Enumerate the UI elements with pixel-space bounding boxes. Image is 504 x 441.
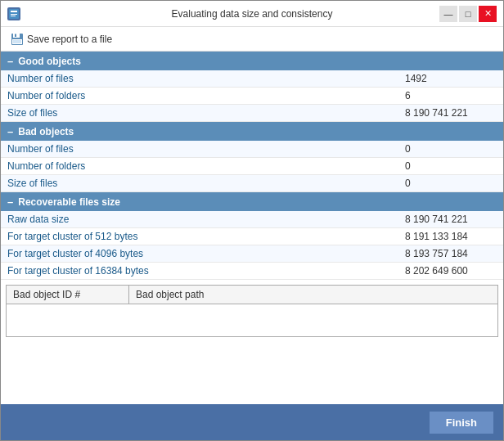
recoverable-header: – Recoverable files size	[1, 192, 503, 211]
bad-folders-value: 0	[398, 160, 497, 172]
bad-objects-header: – Bad objects	[1, 122, 503, 141]
cluster-16384-label: For target cluster of 16384 bytes	[7, 265, 398, 277]
cluster-4096-label: For target cluster of 4096 bytes	[7, 248, 398, 259]
restore-button[interactable]: □	[459, 6, 477, 22]
bad-size-value: 0	[398, 178, 497, 189]
good-objects-header: – Good objects	[1, 52, 503, 70]
good-folders-row: Number of folders 6	[1, 88, 503, 105]
svg-rect-6	[15, 34, 16, 37]
cluster-4096-row: For target cluster of 4096 bytes 8 193 7…	[1, 245, 503, 263]
bad-folders-label: Number of folders	[7, 160, 398, 172]
cluster-512-label: For target cluster of 512 bytes	[7, 231, 398, 242]
raw-size-value: 8 190 741 221	[398, 214, 497, 225]
good-folders-value: 6	[398, 90, 497, 101]
good-objects-collapse-icon[interactable]: –	[7, 55, 13, 67]
bad-files-label: Number of files	[7, 143, 398, 155]
bad-objects-title: Bad objects	[18, 126, 74, 137]
main-window: Evaluating data size and consistency — □…	[0, 0, 504, 441]
cluster-512-row: For target cluster of 512 bytes 8 191 13…	[1, 228, 503, 245]
title-controls: — □ ✕	[439, 6, 497, 22]
svg-rect-8	[13, 40, 21, 43]
bad-files-row: Number of files 0	[1, 141, 503, 158]
cluster-512-value: 8 191 133 184	[398, 231, 497, 242]
cluster-16384-value: 8 202 649 600	[398, 265, 497, 277]
save-icon	[11, 33, 24, 46]
raw-size-label: Raw data size	[7, 214, 398, 225]
title-bar: Evaluating data size and consistency — □…	[1, 1, 503, 27]
minimize-button[interactable]: —	[439, 6, 457, 22]
good-folders-label: Number of folders	[7, 90, 398, 101]
bad-folders-row: Number of folders 0	[1, 158, 503, 175]
content-area: – Good objects Number of files 1492 Numb…	[1, 52, 503, 404]
save-report-button[interactable]: Save report to a file	[7, 31, 115, 47]
svg-rect-1	[11, 11, 17, 12]
table-col-id: Bad object ID #	[7, 286, 129, 304]
bad-size-row: Size of files 0	[1, 175, 503, 192]
table-body	[6, 304, 498, 337]
good-files-row: Number of files 1492	[1, 70, 503, 88]
recoverable-collapse-icon[interactable]: –	[7, 196, 13, 208]
finish-button[interactable]: Finish	[430, 412, 493, 434]
svg-rect-2	[11, 14, 17, 15]
title-bar-left	[7, 7, 20, 20]
footer: Finish	[1, 404, 503, 440]
good-objects-title: Good objects	[18, 56, 81, 67]
bad-objects-table: Bad object ID # Bad object path	[6, 285, 498, 304]
good-files-value: 1492	[398, 73, 497, 84]
window-title: Evaluating data size and consistency	[172, 8, 333, 20]
bad-objects-collapse-icon[interactable]: –	[7, 125, 13, 137]
app-icon	[7, 7, 20, 20]
good-size-row: Size of files 8 190 741 221	[1, 105, 503, 122]
good-size-value: 8 190 741 221	[398, 107, 497, 119]
toolbar: Save report to a file	[1, 27, 503, 52]
svg-rect-3	[11, 16, 16, 16]
cluster-16384-row: For target cluster of 16384 bytes 8 202 …	[1, 263, 503, 280]
raw-size-row: Raw data size 8 190 741 221	[1, 211, 503, 228]
table-col-path: Bad object path	[129, 286, 497, 304]
cluster-4096-value: 8 193 757 184	[398, 248, 497, 259]
bad-files-value: 0	[398, 143, 497, 155]
recoverable-title: Recoverable files size	[18, 196, 120, 208]
save-report-label: Save report to a file	[27, 34, 112, 45]
close-button[interactable]: ✕	[479, 6, 497, 22]
good-size-label: Size of files	[7, 107, 398, 119]
bad-size-label: Size of files	[7, 178, 398, 189]
good-files-label: Number of files	[7, 73, 398, 84]
